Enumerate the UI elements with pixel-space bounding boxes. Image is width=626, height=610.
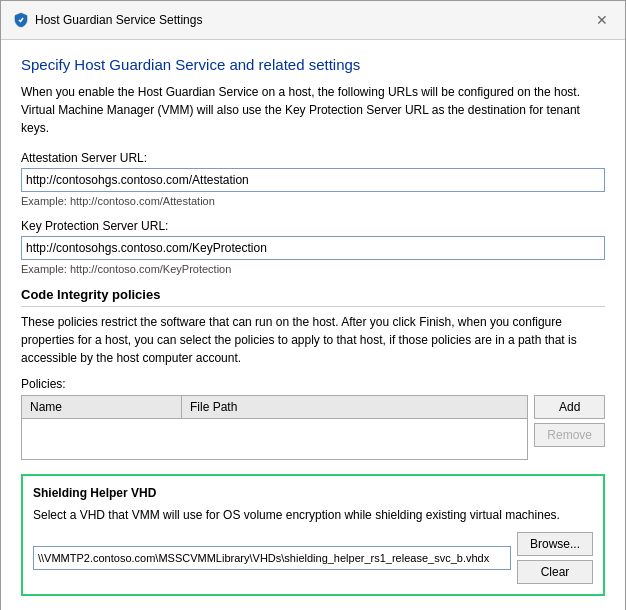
vhd-path-input[interactable] [33,546,511,570]
code-integrity-desc: These policies restrict the software tha… [21,313,605,367]
table-main: Name File Path [22,396,527,459]
table-header-filepath: File Path [182,396,527,418]
table-header: Name File Path [22,396,527,419]
policies-table: Name File Path [21,395,528,460]
add-button[interactable]: Add [534,395,605,419]
code-integrity-title: Code Integrity policies [21,287,605,307]
close-button[interactable]: ✕ [591,9,613,31]
table-action-buttons: Add Remove [534,395,605,447]
key-protection-example: Example: http://contoso.com/KeyProtectio… [21,263,605,275]
browse-button[interactable]: Browse... [517,532,593,556]
shielding-desc: Select a VHD that VMM will use for OS vo… [33,506,593,524]
table-header-name: Name [22,396,182,418]
policies-label: Policies: [21,377,605,391]
title-bar: Host Guardian Service Settings ✕ [1,1,625,40]
key-protection-label: Key Protection Server URL: [21,219,605,233]
shielding-title: Shielding Helper VHD [33,486,593,500]
shielding-section: Shielding Helper VHD Select a VHD that V… [21,474,605,596]
description-text: When you enable the Host Guardian Servic… [21,83,605,137]
attestation-example: Example: http://contoso.com/Attestation [21,195,605,207]
attestation-input[interactable] [21,168,605,192]
dialog-title: Host Guardian Service Settings [35,13,202,27]
dialog-content: Specify Host Guardian Service and relate… [1,40,625,610]
remove-button[interactable]: Remove [534,423,605,447]
attestation-label: Attestation Server URL: [21,151,605,165]
dialog-window: Host Guardian Service Settings ✕ Specify… [0,0,626,610]
clear-button[interactable]: Clear [517,560,593,584]
page-title: Specify Host Guardian Service and relate… [21,56,605,73]
key-protection-input[interactable] [21,236,605,260]
table-body [22,419,527,459]
shielding-input-row: Browse... Clear [33,532,593,584]
shield-icon [13,12,29,28]
title-bar-left: Host Guardian Service Settings [13,12,202,28]
shielding-buttons: Browse... Clear [517,532,593,584]
